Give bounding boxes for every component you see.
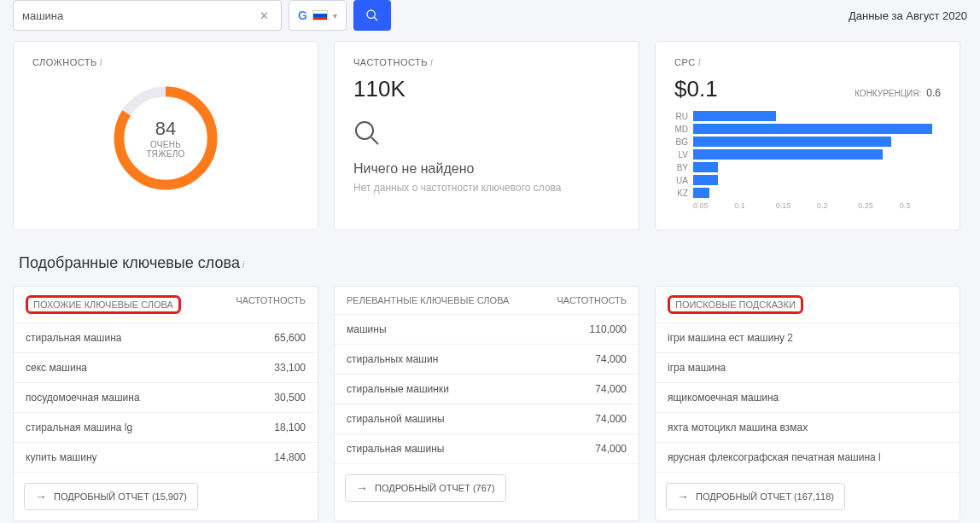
- cpc-country-chart: RUMDBGLVBYUAKZ: [674, 111, 941, 198]
- flag-ru-icon: [312, 10, 328, 20]
- google-icon: G: [298, 9, 307, 22]
- table-row[interactable]: машины110,000: [335, 315, 639, 345]
- similar-report-button[interactable]: →ПОДРОБНЫЙ ОТЧЕТ (15,907): [24, 483, 198, 510]
- competition-value: 0.6: [926, 87, 941, 99]
- arrow-right-icon: →: [677, 490, 689, 503]
- table-row[interactable]: ігра машина: [656, 353, 960, 383]
- bar-label: UA: [674, 176, 693, 185]
- volume-value: 110K: [353, 76, 620, 102]
- suggestions-header: ПОИСКОВЫЕ ПОДСКАЗКИ: [668, 295, 803, 314]
- search-icon: [365, 9, 379, 22]
- bar-label: BY: [674, 163, 693, 172]
- volume-card: ЧАСТОТНОСТЬi 110K Ничего не найдено Нет …: [334, 41, 639, 230]
- search-input-wrapper[interactable]: ✕: [13, 0, 282, 31]
- arrow-right-icon: →: [356, 481, 368, 495]
- keyword-cell: ігра машина: [668, 362, 726, 374]
- table-row[interactable]: стиральной машины74,000: [335, 404, 639, 434]
- suggestions-report-button[interactable]: →ПОДРОБНЫЙ ОТЧЕТ (167,118): [666, 483, 845, 510]
- data-period: Данные за Август 2020: [849, 9, 967, 22]
- chart-bar: UA: [674, 175, 941, 185]
- table-row[interactable]: ігри машина ест машину 2: [656, 323, 960, 353]
- chart-bar: LV: [674, 149, 941, 160]
- info-icon[interactable]: i: [242, 260, 244, 270]
- similar-keywords-col: ПОХОЖИЕ КЛЮЧЕВЫЕ СЛОВА ЧАСТОТНОСТЬ стира…: [13, 286, 318, 521]
- metric-header: ЧАСТОТНОСТЬ: [236, 295, 306, 314]
- clear-icon[interactable]: ✕: [256, 9, 272, 22]
- value-cell: 33,100: [274, 362, 306, 374]
- volume-title: ЧАСТОТНОСТЬi: [353, 57, 620, 67]
- info-icon[interactable]: i: [430, 58, 433, 67]
- table-row[interactable]: ярусная флексографская печатная машина l: [656, 443, 960, 473]
- info-icon[interactable]: i: [698, 58, 701, 67]
- chart-bar: BY: [674, 162, 941, 172]
- chart-axis: 0.050.10.150.20.250.3: [674, 201, 941, 210]
- table-row[interactable]: стиральные машинки74,000: [335, 375, 639, 404]
- difficulty-label: ОЧЕНЬ ТЯЖЕЛО: [138, 140, 194, 159]
- cpc-value: $0.1: [674, 76, 718, 102]
- keyword-cell: ящикомоечная машина: [668, 392, 779, 404]
- table-row[interactable]: купить машину14,800: [14, 443, 318, 473]
- keyword-cell: стиральная машина lg: [26, 421, 132, 433]
- similar-header: ПОХОЖИЕ КЛЮЧЕВЫЕ СЛОВА: [26, 295, 181, 314]
- section-title: Подобранные ключевые словаi: [0, 247, 980, 286]
- relevant-keywords-col: РЕЛЕВАНТНЫЕ КЛЮЧЕВЫЕ СЛОВА ЧАСТОТНОСТЬ м…: [334, 286, 639, 521]
- bar-label: BG: [674, 137, 693, 147]
- table-row[interactable]: яхта мотоцикл машина взмах: [656, 413, 960, 443]
- competition-label: КОНКУРЕНЦИЯ:: [855, 89, 921, 98]
- value-cell: 65,600: [274, 332, 306, 344]
- chevron-down-icon: ▾: [333, 11, 337, 20]
- keyword-cell: стиральные машинки: [347, 383, 449, 395]
- cpc-card: CPCi $0.1 КОНКУРЕНЦИЯ:0.6 RUMDBGLVBYUAKZ…: [655, 41, 960, 230]
- keyword-cell: секс машина: [26, 362, 87, 374]
- value-cell: 74,000: [595, 353, 627, 365]
- table-row[interactable]: ящикомоечная машина: [656, 383, 960, 413]
- value-cell: 110,000: [590, 323, 627, 335]
- svg-point-0: [367, 10, 375, 18]
- keyword-cell: машины: [347, 323, 387, 335]
- search-input[interactable]: [22, 9, 256, 22]
- not-found-heading: Ничего не найдено: [353, 161, 620, 177]
- keyword-cell: купить машину: [26, 451, 97, 463]
- keyword-cell: стиральной машины: [347, 413, 445, 425]
- svg-line-5: [371, 137, 378, 144]
- difficulty-value: 84: [138, 118, 194, 140]
- difficulty-title: СЛОЖНОСТЬi: [32, 57, 299, 67]
- table-row[interactable]: стиральных машин74,000: [335, 345, 639, 375]
- table-row[interactable]: секс машина33,100: [14, 353, 318, 383]
- chart-bar: RU: [674, 111, 941, 121]
- arrow-right-icon: →: [35, 490, 47, 503]
- chart-bar: KZ: [674, 188, 941, 198]
- relevant-header: РЕЛЕВАНТНЫЕ КЛЮЧЕВЫЕ СЛОВА: [347, 295, 509, 305]
- keyword-cell: ігри машина ест машину 2: [668, 332, 793, 344]
- table-row[interactable]: стиральная машина lg18,100: [14, 413, 318, 443]
- keyword-cell: ярусная флексографская печатная машина l: [668, 451, 881, 463]
- bar-label: LV: [674, 150, 693, 160]
- keyword-cell: стиральная машина: [26, 332, 122, 344]
- search-engine-select[interactable]: G ▾: [289, 0, 347, 31]
- keyword-cell: стиральная машины: [347, 443, 444, 455]
- value-cell: 74,000: [595, 443, 627, 455]
- value-cell: 18,100: [274, 421, 306, 433]
- search-button[interactable]: [353, 0, 391, 31]
- svg-line-1: [374, 17, 377, 20]
- magnifier-icon: [353, 119, 381, 147]
- bar-label: RU: [674, 112, 693, 121]
- bar-label: KZ: [674, 189, 693, 198]
- value-cell: 14,800: [274, 451, 306, 463]
- table-row[interactable]: посудомоечная машина30,500: [14, 383, 318, 413]
- table-row[interactable]: стиральная машины74,000: [335, 434, 639, 464]
- table-row[interactable]: стиральная машина65,600: [14, 323, 318, 353]
- info-icon[interactable]: i: [100, 58, 102, 67]
- value-cell: 74,000: [595, 383, 627, 395]
- relevant-report-button[interactable]: →ПОДРОБНЫЙ ОТЧЕТ (767): [345, 474, 506, 502]
- value-cell: 30,500: [274, 392, 306, 404]
- svg-point-4: [356, 122, 373, 139]
- value-cell: 74,000: [595, 413, 627, 425]
- difficulty-gauge: 84 ОЧЕНЬ ТЯЖЕЛО: [110, 83, 221, 194]
- keyword-cell: посудомоечная машина: [26, 392, 140, 404]
- chart-bar: BG: [674, 137, 941, 147]
- cpc-title: CPCi: [674, 57, 941, 67]
- suggestions-col: ПОИСКОВЫЕ ПОДСКАЗКИ ігри машина ест маши…: [655, 286, 960, 521]
- metric-header: ЧАСТОТНОСТЬ: [557, 295, 627, 305]
- keyword-cell: яхта мотоцикл машина взмах: [668, 421, 808, 433]
